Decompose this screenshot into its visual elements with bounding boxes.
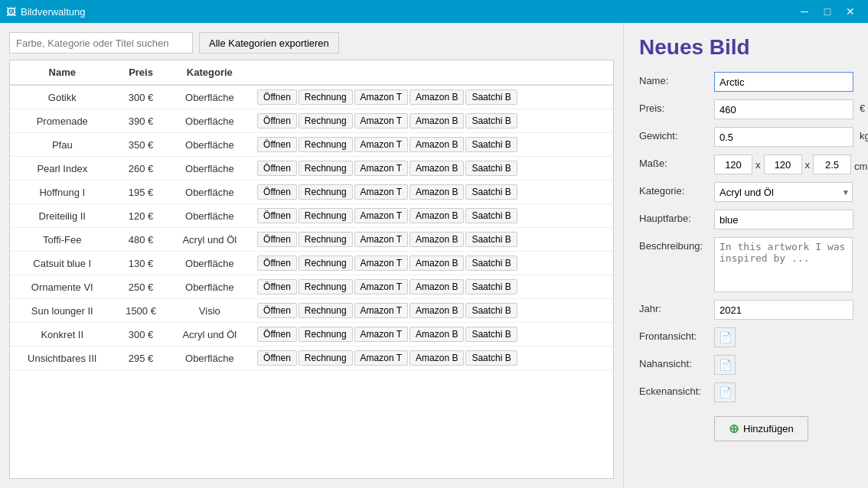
action-btn-öffnen[interactable]: Öffnen [257,208,297,223]
action-btn-amazon-t[interactable]: Amazon T [354,137,408,152]
left-panel: Alle Kategorien exportieren Name Preis K… [0,23,623,488]
action-btn-amazon-b[interactable]: Amazon B [410,279,464,294]
cell-price: 195 € [115,181,168,204]
maincolor-field[interactable] [714,210,853,229]
action-btn-rechnung[interactable]: Rechnung [299,350,353,366]
action-btn-rechnung[interactable]: Rechnung [299,184,353,200]
action-btn-amazon-b[interactable]: Amazon B [410,137,464,152]
action-btn-amazon-t[interactable]: Amazon T [354,327,408,342]
category-select[interactable]: Acryl und Öl Oberfläche Visio [714,182,853,202]
action-btn-amazon-t[interactable]: Amazon T [354,113,408,129]
action-btn-saatchi-b[interactable]: Saatchi B [465,137,517,152]
name-field[interactable] [714,72,853,92]
maximize-button[interactable]: □ [816,0,839,23]
action-btn-öffnen[interactable]: Öffnen [257,232,297,247]
cell-price: 300 € [115,85,168,109]
action-btn-amazon-b[interactable]: Amazon B [410,184,464,200]
close-button[interactable]: ✕ [839,0,862,23]
cell-category: Acryl und Öl [168,323,252,346]
action-btn-öffnen[interactable]: Öffnen [257,137,297,152]
action-btn-saatchi-b[interactable]: Saatchi B [465,208,517,223]
search-input[interactable] [9,32,193,54]
action-btn-amazon-b[interactable]: Amazon B [410,303,464,318]
col-actions [252,60,613,85]
action-btn-rechnung[interactable]: Rechnung [299,208,353,223]
action-btn-saatchi-b[interactable]: Saatchi B [465,184,517,200]
add-row: ⊕ Hinzufügen [639,410,853,441]
action-btn-rechnung[interactable]: Rechnung [299,232,353,247]
action-btn-amazon-t[interactable]: Amazon T [354,89,408,105]
action-btn-amazon-t[interactable]: Amazon T [354,232,408,247]
action-btn-rechnung[interactable]: Rechnung [299,255,353,271]
weight-field[interactable] [714,127,853,147]
action-btn-öffnen[interactable]: Öffnen [257,327,297,342]
action-btn-amazon-b[interactable]: Amazon B [410,208,464,223]
action-btn-saatchi-b[interactable]: Saatchi B [465,279,517,294]
action-btn-amazon-b[interactable]: Amazon B [410,161,464,176]
action-btn-amazon-t[interactable]: Amazon T [354,303,408,318]
action-btn-amazon-t[interactable]: Amazon T [354,279,408,294]
table-row: Sun lounger II1500 €VisioÖffnenRechnungA… [10,299,613,323]
nearview-button[interactable]: 📄 [714,355,736,375]
add-button[interactable]: ⊕ Hinzufügen [714,416,808,441]
action-btn-rechnung[interactable]: Rechnung [299,303,353,318]
cell-category: Oberfläche [168,275,252,299]
action-btn-öffnen[interactable]: Öffnen [257,161,297,176]
action-btn-amazon-b[interactable]: Amazon B [410,232,464,247]
action-btn-öffnen[interactable]: Öffnen [257,113,297,129]
action-btn-saatchi-b[interactable]: Saatchi B [465,89,517,105]
action-btn-rechnung[interactable]: Rechnung [299,279,353,294]
action-btn-öffnen[interactable]: Öffnen [257,350,297,366]
action-btn-saatchi-b[interactable]: Saatchi B [465,232,517,247]
cell-name: Toffi-Fee [10,228,115,252]
frontview-button[interactable]: 📄 [714,327,736,347]
action-btn-amazon-b[interactable]: Amazon B [410,89,464,105]
action-btn-öffnen[interactable]: Öffnen [257,279,297,294]
action-btn-öffnen[interactable]: Öffnen [257,89,297,105]
cell-actions: ÖffnenRechnungAmazon TAmazon BSaatchi B [252,133,613,157]
action-btn-saatchi-b[interactable]: Saatchi B [465,350,517,366]
table-row: Pfau350 €OberflächeÖffnenRechnungAmazon … [10,133,613,157]
action-btn-amazon-t[interactable]: Amazon T [354,208,408,223]
description-field[interactable] [714,237,853,292]
action-btn-amazon-b[interactable]: Amazon B [410,350,464,366]
action-btn-amazon-t[interactable]: Amazon T [354,184,408,200]
action-btn-rechnung[interactable]: Rechnung [299,89,353,105]
action-btn-saatchi-b[interactable]: Saatchi B [465,303,517,318]
table-scroll[interactable]: Name Preis Kategorie Gotikk300 €Oberfläc… [10,60,613,479]
table-header-row: Name Preis Kategorie [10,60,613,85]
cell-category: Visio [168,299,252,323]
action-btn-rechnung[interactable]: Rechnung [299,327,353,342]
year-label: Jahr: [639,300,708,314]
cell-actions: ÖffnenRechnungAmazon TAmazon BSaatchi B [252,299,613,323]
action-btn-amazon-t[interactable]: Amazon T [354,350,408,366]
action-btn-rechnung[interactable]: Rechnung [299,137,353,152]
cell-actions: ÖffnenRechnungAmazon TAmazon BSaatchi B [252,346,613,370]
action-btn-saatchi-b[interactable]: Saatchi B [465,255,517,271]
action-btn-saatchi-b[interactable]: Saatchi B [465,161,517,176]
year-field[interactable] [714,300,853,320]
minimize-button[interactable]: ─ [793,0,816,23]
action-btn-amazon-b[interactable]: Amazon B [410,113,464,129]
cell-category: Oberfläche [168,133,252,157]
action-btn-amazon-t[interactable]: Amazon T [354,255,408,271]
form-heading: Neues Bild [639,35,853,60]
action-btn-amazon-t[interactable]: Amazon T [354,161,408,176]
action-btn-rechnung[interactable]: Rechnung [299,161,353,176]
search-bar: Alle Kategorien exportieren [9,32,614,54]
action-btn-saatchi-b[interactable]: Saatchi B [465,113,517,129]
action-btn-öffnen[interactable]: Öffnen [257,184,297,200]
price-field[interactable] [714,99,853,119]
action-btn-öffnen[interactable]: Öffnen [257,303,297,318]
action-btn-amazon-b[interactable]: Amazon B [410,327,464,342]
image-upload-icon: 📄 [719,331,732,343]
dim-width[interactable] [714,155,752,174]
action-btn-saatchi-b[interactable]: Saatchi B [465,327,517,342]
action-btn-rechnung[interactable]: Rechnung [299,113,353,129]
action-btn-amazon-b[interactable]: Amazon B [410,255,464,271]
dim-depth[interactable] [813,155,851,174]
export-button[interactable]: Alle Kategorien exportieren [199,32,339,54]
action-btn-öffnen[interactable]: Öffnen [257,255,297,271]
dim-height[interactable] [764,155,802,174]
cornerview-button[interactable]: 📄 [714,382,736,402]
